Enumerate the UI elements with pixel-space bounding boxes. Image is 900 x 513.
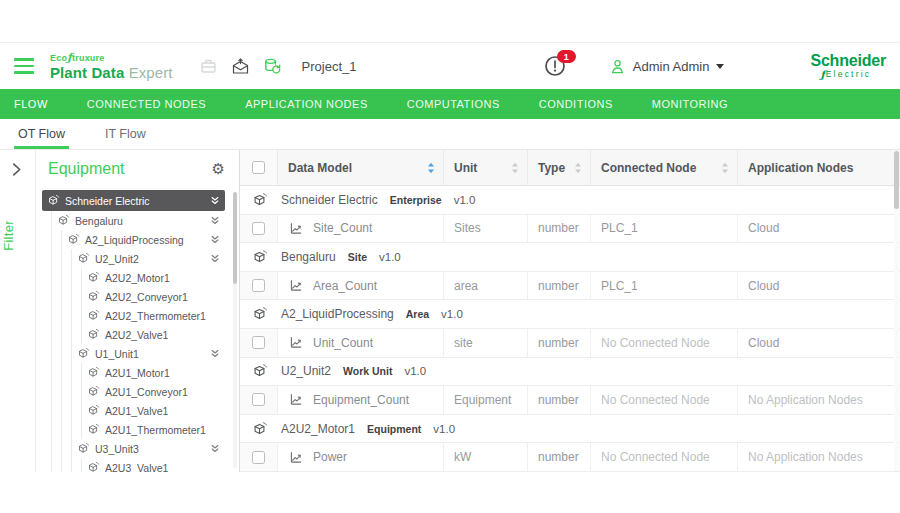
- tree-item[interactable]: A2_LiquidProcessing: [42, 230, 225, 249]
- tree-item[interactable]: A2U1_Valve1: [42, 401, 225, 420]
- main-nav: FLOW CONNECTED NODES APPLICATION NODES C…: [0, 89, 900, 119]
- nav-item-conditions[interactable]: CONDITIONS: [539, 98, 613, 110]
- database-sync-icon[interactable]: [263, 57, 282, 76]
- gear-icon[interactable]: ⚙: [212, 162, 225, 177]
- version-label: v1.0: [454, 194, 476, 206]
- nav-item-computations[interactable]: COMPUTATIONS: [407, 98, 500, 110]
- trend-line-icon: [288, 335, 304, 350]
- menu-icon[interactable]: [14, 58, 34, 74]
- equipment-tree: Schneider Electric Bengaluru A2_LiquidPr…: [36, 188, 239, 472]
- asset-type-label: Site: [348, 251, 367, 263]
- column-header-data-model[interactable]: Data Model: [278, 150, 444, 185]
- asset-type-label: Equipment: [367, 423, 421, 435]
- asset-cube-icon: [252, 421, 268, 437]
- tree-item[interactable]: Bengaluru: [42, 211, 225, 230]
- asset-cube-icon: [47, 194, 60, 207]
- user-menu[interactable]: Admin Admin: [609, 58, 725, 75]
- collapse-chevron-icon[interactable]: [210, 253, 220, 264]
- tab-ot-flow[interactable]: OT Flow: [14, 119, 69, 149]
- data-model-table: Data Model Unit Type Connected Node Appl…: [240, 150, 900, 472]
- sort-icon[interactable]: [427, 162, 435, 174]
- asset-cube-icon: [77, 442, 90, 455]
- notification-badge: 1: [557, 50, 576, 63]
- table-row[interactable]: Unit_Count site number No Connected Node…: [240, 329, 900, 358]
- group-row[interactable]: A2_LiquidProcessing Area v1.0: [240, 300, 900, 329]
- tree-scrollbar[interactable]: [233, 192, 237, 468]
- table-header-row: Data Model Unit Type Connected Node Appl…: [240, 150, 900, 186]
- asset-cube-icon: [87, 271, 100, 284]
- app-window: Ecoƒtruxure Plant Data Expert Project_1 …: [0, 42, 900, 472]
- select-all-checkbox[interactable]: [252, 161, 265, 174]
- asset-type-label: Work Unit: [343, 365, 392, 377]
- tree-item[interactable]: A2U3_Valve1: [42, 458, 225, 472]
- schneider-leaf-icon: ƒ: [820, 70, 824, 80]
- sort-icon[interactable]: [574, 162, 582, 174]
- tree-item[interactable]: A2U2_Thermometer1: [42, 306, 225, 325]
- table-row[interactable]: Area_Count area number PLC_1 Cloud: [240, 272, 900, 301]
- expand-panel-chevron-icon[interactable]: [11, 162, 22, 177]
- ecostruxure-logo: Ecoƒtruxure Plant Data Expert: [50, 52, 173, 80]
- nav-item-flow[interactable]: FLOW: [14, 98, 48, 110]
- asset-type-label: Area: [406, 308, 429, 320]
- tree-item[interactable]: A2U1_Motor1: [42, 363, 225, 382]
- nav-item-monitoring[interactable]: MONITORING: [652, 98, 728, 110]
- tree-item[interactable]: A2U1_Conveyor1: [42, 382, 225, 401]
- project-case-icon: [199, 57, 218, 76]
- column-header-connected-node[interactable]: Connected Node: [591, 150, 738, 185]
- flow-tabs: OT Flow IT Flow: [0, 119, 900, 150]
- tree-item[interactable]: Schneider Electric: [42, 190, 225, 211]
- group-row[interactable]: U2_Unit2 Work Unit v1.0: [240, 358, 900, 387]
- group-row[interactable]: Schneider Electric Enterprise v1.0: [240, 186, 900, 215]
- collapse-chevron-icon[interactable]: [210, 215, 220, 226]
- user-name: Admin Admin: [633, 59, 710, 74]
- asset-cube-icon: [87, 366, 100, 379]
- import-export-icon[interactable]: [231, 57, 250, 76]
- nav-item-application-nodes[interactable]: APPLICATION NODES: [245, 98, 368, 110]
- version-label: v1.0: [441, 308, 463, 320]
- nav-item-connected-nodes[interactable]: CONNECTED NODES: [87, 98, 206, 110]
- row-checkbox[interactable]: [252, 222, 265, 235]
- version-label: v1.0: [433, 423, 455, 435]
- collapse-chevron-icon[interactable]: [210, 443, 220, 454]
- asset-cube-icon: [87, 461, 100, 472]
- tree-item[interactable]: A2U2_Valve1: [42, 325, 225, 344]
- filter-label[interactable]: Filter: [1, 220, 16, 251]
- schneider-electric-logo: Schneider ƒElectric: [810, 53, 886, 80]
- column-header-unit[interactable]: Unit: [444, 150, 528, 185]
- version-label: v1.0: [379, 251, 401, 263]
- asset-cube-icon: [252, 363, 268, 379]
- table-row[interactable]: Power kW number No Connected Node No App…: [240, 443, 900, 472]
- collapse-chevron-icon[interactable]: [210, 234, 220, 245]
- trend-line-icon: [288, 221, 304, 236]
- column-header-application-nodes[interactable]: Application Nodes: [738, 150, 900, 185]
- collapse-chevron-icon[interactable]: [210, 195, 220, 206]
- asset-cube-icon: [87, 423, 100, 436]
- row-checkbox[interactable]: [252, 451, 265, 464]
- table-row[interactable]: Site_Count Sites number PLC_1 Cloud: [240, 215, 900, 244]
- tree-item[interactable]: U1_Unit1: [42, 344, 225, 363]
- top-bar: Ecoƒtruxure Plant Data Expert Project_1 …: [0, 43, 900, 89]
- group-row[interactable]: Bengaluru Site v1.0: [240, 243, 900, 272]
- table-row[interactable]: Equipment_Count Equipment number No Conn…: [240, 386, 900, 415]
- asset-cube-icon: [87, 385, 100, 398]
- tree-item[interactable]: A2U2_Conveyor1: [42, 287, 225, 306]
- group-row[interactable]: A2U2_Motor1 Equipment v1.0: [240, 415, 900, 444]
- chevron-down-icon: [716, 64, 724, 69]
- column-header-type[interactable]: Type: [528, 150, 591, 185]
- notifications-button[interactable]: 1: [543, 54, 567, 78]
- tree-item[interactable]: U2_Unit2: [42, 249, 225, 268]
- sort-icon[interactable]: [511, 162, 519, 174]
- row-checkbox[interactable]: [252, 336, 265, 349]
- row-checkbox[interactable]: [252, 279, 265, 292]
- tree-item[interactable]: U3_Unit3: [42, 439, 225, 458]
- asset-type-label: Enterprise: [390, 194, 442, 206]
- filter-rail: Filter: [0, 150, 36, 472]
- asset-cube-icon: [252, 192, 268, 208]
- tree-item[interactable]: A2U1_Thermometer1: [42, 420, 225, 439]
- tree-item[interactable]: A2U2_Motor1: [42, 268, 225, 287]
- collapse-chevron-icon[interactable]: [210, 348, 220, 359]
- sort-icon[interactable]: [721, 162, 729, 174]
- table-scrollbar[interactable]: [894, 151, 899, 471]
- row-checkbox[interactable]: [252, 393, 265, 406]
- tab-it-flow[interactable]: IT Flow: [101, 119, 150, 149]
